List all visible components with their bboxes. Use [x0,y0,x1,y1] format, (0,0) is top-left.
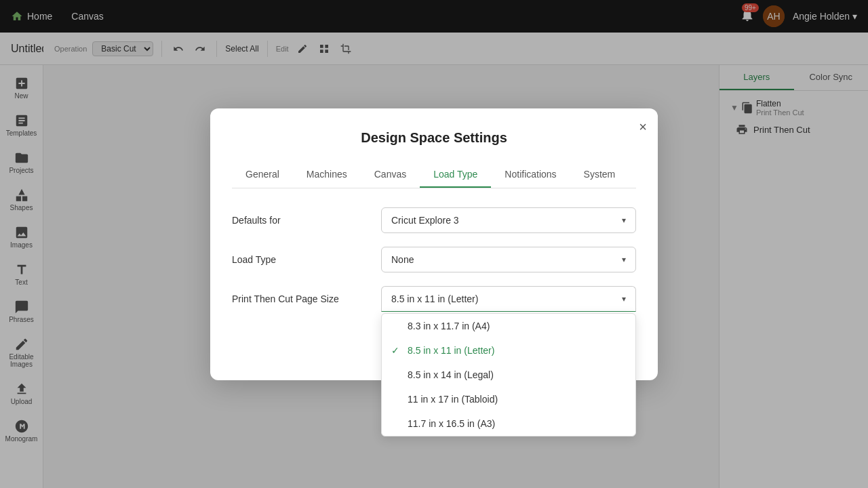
defaults-for-dropdown[interactable]: Cricut Explore 3 ▾ [381,207,636,233]
defaults-for-label: Defaults for [232,215,381,226]
defaults-for-arrow-icon: ▾ [622,216,626,225]
tab-machines[interactable]: Machines [293,162,361,188]
selected-check-icon: ✓ [391,345,402,356]
page-size-row: Print Then Cut Page Size 8.5 in x 11 in … [232,286,636,312]
page-size-option-letter[interactable]: ✓ 8.5 in x 11 in (Letter) [382,338,635,363]
page-size-dropdown[interactable]: 8.5 in x 11 in (Letter) ▾ [381,286,636,312]
page-size-option-a4[interactable]: 8.3 in x 11.7 in (A4) [382,314,635,338]
tab-canvas[interactable]: Canvas [361,162,420,188]
page-size-option-tabloid[interactable]: 11 in x 17 in (Tabloid) [382,387,635,411]
modal-overlay: × Design Space Settings General Machines… [0,0,868,488]
defaults-for-row: Defaults for Cricut Explore 3 ▾ [232,207,636,233]
load-type-label: Load Type [232,254,381,265]
page-size-control: 8.5 in x 11 in (Letter) ▾ 8.3 in x 11.7 … [381,286,636,312]
load-type-arrow-icon: ▾ [622,255,626,264]
tab-system[interactable]: System [570,162,629,188]
design-space-settings-modal: × Design Space Settings General Machines… [210,108,658,380]
page-size-option-a3[interactable]: 11.7 in x 16.5 in (A3) [382,411,635,436]
page-size-option-legal[interactable]: 8.5 in x 14 in (Legal) [382,363,635,387]
defaults-for-control: Cricut Explore 3 ▾ [381,207,636,233]
modal-title: Design Space Settings [232,130,636,146]
page-size-dropdown-menu: 8.3 in x 11.7 in (A4) ✓ 8.5 in x 11 in (… [381,313,636,436]
page-size-label: Print Then Cut Page Size [232,293,381,304]
page-size-arrow-icon: ▾ [622,294,626,304]
tab-notifications[interactable]: Notifications [491,162,570,188]
load-type-control: None ▾ [381,247,636,272]
modal-close-button[interactable]: × [639,119,647,135]
tab-general[interactable]: General [232,162,293,188]
load-type-dropdown[interactable]: None ▾ [381,247,636,272]
tab-load-type[interactable]: Load Type [420,162,491,188]
modal-tabs: General Machines Canvas Load Type Notifi… [232,162,636,188]
load-type-row: Load Type None ▾ [232,247,636,272]
